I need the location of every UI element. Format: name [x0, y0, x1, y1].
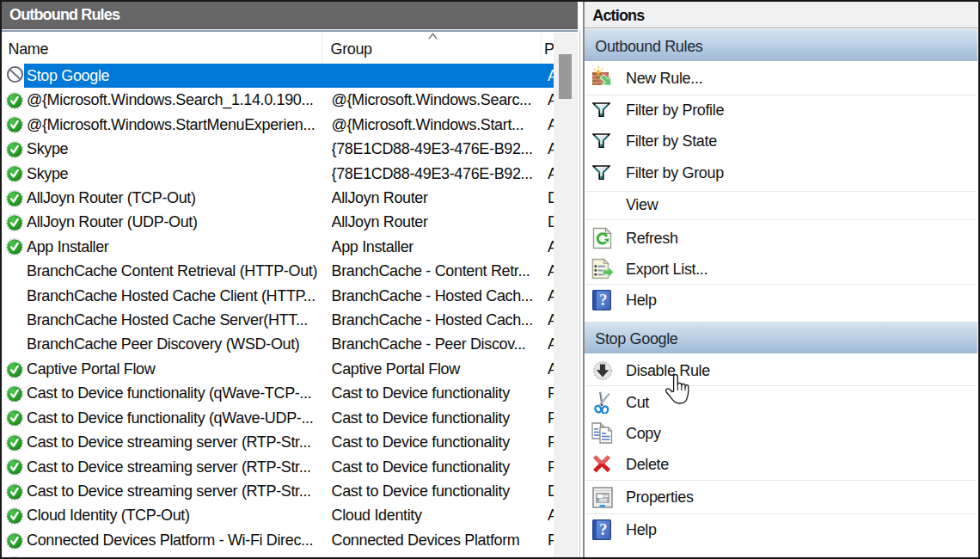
svg-text:?: ? [599, 519, 607, 538]
svg-text:?: ? [599, 291, 607, 309]
